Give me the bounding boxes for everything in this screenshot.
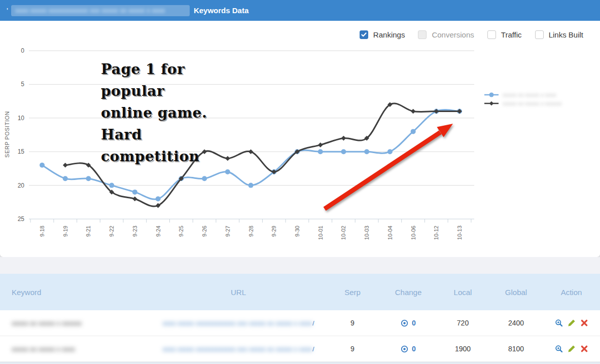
table-header-row: KeywordURLSerpChangeLocalGlobalAction	[0, 274, 600, 310]
edit-pencil-icon[interactable]	[568, 319, 576, 327]
svg-text:9-25: 9-25	[178, 226, 184, 237]
delete-x-icon[interactable]	[580, 319, 588, 327]
change-value: 0	[412, 319, 416, 327]
column-header-action: Action	[543, 288, 600, 297]
svg-text:10-04: 10-04	[387, 226, 393, 240]
no-change-icon	[401, 345, 408, 353]
svg-text:9-21: 9-21	[85, 226, 91, 237]
table-row: xxxxx xx xxxxx x xxxxxxxxxx xxxxx xxxxxx…	[0, 310, 600, 336]
redacted-url-chip: xxxx xxxxx xxxxxxxxxxxx xxx xxxxx xx xxx…	[11, 5, 190, 16]
legend-label-redacted: xxxxx xx xxxxx x xxxx	[503, 92, 556, 98]
url-cell[interactable]: xxxx xxxxx xxxxxxxxxxxx xxx xxxxx xx xxx…	[152, 345, 325, 353]
svg-text:9-23: 9-23	[132, 226, 138, 237]
url-suffix: /	[312, 345, 314, 353]
svg-text:0: 0	[21, 47, 24, 54]
serp-cell: 9	[325, 345, 380, 353]
edit-pencil-icon[interactable]	[568, 345, 576, 353]
column-header-local: Local	[436, 288, 489, 297]
change-cell: 0	[380, 345, 436, 353]
change-cell: 0	[380, 319, 436, 327]
url-redacted-text: xxxx xxxxx xxxxxxxxxxxx xxx xxxxx xx xxx…	[162, 319, 312, 327]
svg-text:10-02: 10-02	[340, 226, 346, 240]
column-header-change: Change	[380, 288, 436, 297]
svg-text:9-28: 9-28	[248, 226, 254, 237]
svg-text:9-19: 9-19	[62, 226, 68, 237]
svg-text:9-29: 9-29	[271, 226, 277, 237]
url-redacted-text: xxxx xxxxx xxxxxxxxxxxx xxx xxxxx xx xxx…	[162, 345, 312, 353]
annotation-line: popular	[101, 80, 207, 102]
traffic-checkbox[interactable]	[487, 30, 496, 39]
local-cell: 720	[436, 319, 489, 327]
chart-legend: xxxxx xx xxxxx x xxxxxxxxx xx xxxxx x xx…	[484, 90, 562, 107]
chart-annotation-text: Page 1 forpopularonline game.Hardcompeti…	[101, 58, 207, 167]
column-header-keyword: Keyword	[0, 288, 152, 297]
local-cell: 1900	[436, 345, 489, 353]
global-cell: 2400	[489, 319, 543, 327]
top-bar-prefix: '	[7, 6, 8, 15]
global-cell: 8100	[489, 345, 543, 353]
svg-text:10-01: 10-01	[317, 226, 324, 240]
svg-text:9-27: 9-27	[225, 226, 231, 237]
links-built-label: Links Built	[549, 30, 583, 39]
svg-text:9-26: 9-26	[201, 226, 207, 237]
zoom-in-icon[interactable]	[555, 319, 563, 327]
legend-item: xxxxx xx xxxxx x xxxxxx	[484, 99, 562, 107]
legend-label-redacted: xxxxx xx xxxxx x xxxxxx	[503, 100, 562, 106]
page-title: Keywords Data	[194, 6, 249, 15]
change-value: 0	[412, 345, 416, 353]
keyword-redacted-text: xxxxx xx xxxxx x xxxxxx	[12, 319, 82, 327]
diamond-marker-swatch	[484, 100, 499, 106]
svg-text:20: 20	[18, 182, 25, 189]
table-body: xxxxx xx xxxxx x xxxxxxxxxx xxxxx xxxxxx…	[0, 310, 600, 362]
svg-text:10-13: 10-13	[456, 226, 463, 240]
svg-text:10-03: 10-03	[364, 226, 370, 240]
url-cell[interactable]: xxxx xxxxx xxxxxxxxxxxx xxx xxxxx xx xxx…	[152, 319, 325, 327]
svg-text:9-24: 9-24	[155, 226, 161, 237]
action-cell	[543, 345, 600, 353]
delete-x-icon[interactable]	[580, 345, 588, 353]
table-footer-strip	[0, 362, 600, 364]
svg-text:5: 5	[21, 81, 24, 88]
filter-traffic[interactable]: Traffic	[487, 30, 522, 39]
svg-text:9-18: 9-18	[39, 226, 45, 237]
circle-marker-swatch	[484, 92, 499, 98]
annotation-line: competition	[101, 145, 207, 167]
redacted-url-text: xxxx xxxxx xxxxxxxxxxxx xxx xxxxx xx xxx…	[15, 7, 165, 14]
annotation-line: Page 1 for	[101, 58, 207, 80]
legend-item: xxxxx xx xxxxx x xxxx	[484, 90, 562, 99]
background-strip	[0, 257, 600, 274]
annotation-line: Hard	[101, 124, 207, 145]
links-built-checkbox[interactable]	[535, 30, 544, 39]
column-header-url: URL	[152, 288, 325, 297]
svg-text:10-12: 10-12	[433, 226, 439, 240]
column-header-global: Global	[489, 288, 543, 297]
keyword-cell: xxxxx xx xxxxx x xxxx	[0, 345, 152, 353]
keywords-table: KeywordURLSerpChangeLocalGlobalAction xx…	[0, 274, 600, 364]
table-row: xxxxx xx xxxxx x xxxxxxxx xxxxx xxxxxxxx…	[0, 336, 600, 362]
svg-text:15: 15	[18, 148, 25, 155]
no-change-icon	[401, 319, 408, 327]
filter-links-built[interactable]: Links Built	[535, 30, 583, 39]
chart-card: RankingsConversionsTrafficLinks Built SE…	[0, 21, 600, 257]
serp-cell: 9	[325, 319, 380, 327]
keyword-redacted-text: xxxxx xx xxxxx x xxxx	[12, 345, 75, 353]
traffic-label: Traffic	[501, 30, 522, 39]
svg-text:10-06: 10-06	[410, 226, 416, 240]
column-header-serp: Serp	[325, 288, 380, 297]
svg-text:9-22: 9-22	[109, 226, 115, 237]
keyword-cell: xxxxx xx xxxxx x xxxxxx	[0, 319, 152, 327]
url-suffix: /	[312, 319, 314, 327]
annotation-line: online game.	[101, 102, 207, 124]
zoom-in-icon[interactable]	[555, 345, 563, 353]
app-root: ' xxxx xxxxx xxxxxxxxxxxx xxx xxxxx xx x…	[0, 0, 600, 364]
action-cell	[543, 319, 600, 327]
top-bar: ' xxxx xxxxx xxxxxxxxxxxx xxx xxxxx xx x…	[0, 0, 600, 21]
svg-text:9-30: 9-30	[294, 226, 300, 237]
svg-text:10: 10	[18, 115, 25, 122]
serp-position-chart[interactable]: 05101520259-189-199-219-229-239-249-259-…	[0, 21, 482, 249]
svg-text:25: 25	[18, 215, 25, 223]
